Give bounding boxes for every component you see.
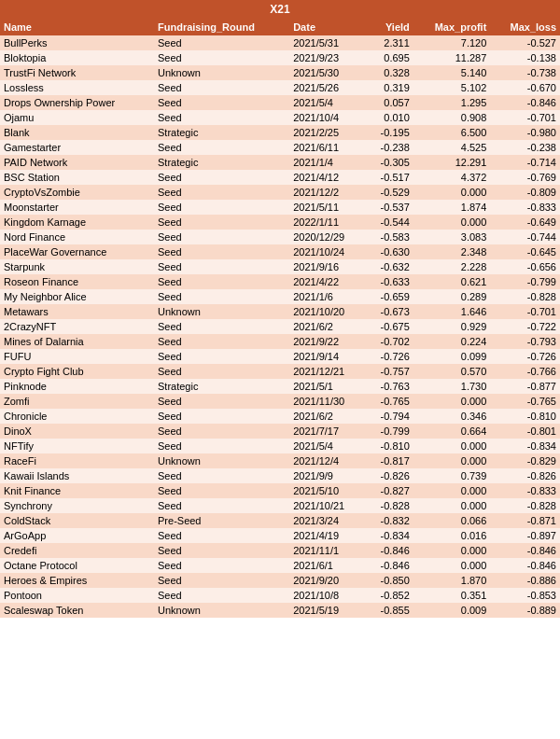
table-cell: ArGoApp: [0, 528, 154, 543]
table-cell: -0.633: [366, 274, 413, 289]
table-cell: Seed: [154, 110, 289, 125]
table-row: CredefiSeed2021/11/1-0.8460.000-0.846: [0, 543, 560, 558]
table-cell: 2021/9/20: [289, 573, 366, 588]
table-row: ColdStackPre-Seed2021/3/24-0.8320.066-0.…: [0, 513, 560, 528]
table-cell: -0.826: [490, 468, 560, 483]
table-cell: 0.695: [366, 50, 413, 65]
table-cell: 5.102: [413, 80, 491, 95]
table-cell: 0.000: [413, 543, 491, 558]
table-cell: 2021/9/14: [289, 349, 366, 364]
table-cell: Seed: [154, 35, 289, 50]
table-cell: -0.834: [490, 439, 560, 453]
table-cell: 2021/5/1: [289, 379, 366, 394]
col-header-max-profit: Max_profit: [413, 19, 491, 35]
table-cell: Unknown: [154, 603, 289, 618]
table-cell: -0.846: [366, 558, 413, 573]
table-cell: 7.120: [413, 35, 491, 50]
table-cell: 0.099: [413, 349, 491, 364]
table-cell: -0.738: [490, 65, 560, 80]
col-header-name: Name: [0, 19, 154, 35]
table-cell: -0.897: [490, 528, 560, 543]
table-cell: Kawaii Islands: [0, 468, 154, 483]
table-row: BlankStrategic2021/2/25-0.1956.500-0.980: [0, 125, 560, 140]
table-cell: 1.870: [413, 573, 491, 588]
table-cell: Seed: [154, 274, 289, 289]
table-cell: Seed: [154, 558, 289, 573]
table-cell: 2021/7/17: [289, 424, 366, 439]
table-cell: -0.828: [366, 498, 413, 513]
table-cell: Strategic: [154, 155, 289, 170]
table-cell: NFTify: [0, 439, 154, 453]
table-cell: -0.527: [490, 35, 560, 50]
table-cell: 2021/5/4: [289, 95, 366, 110]
table-row: LosslessSeed2021/5/260.3195.102-0.670: [0, 80, 560, 95]
table-row: Kingdom KarnageSeed2022/1/11-0.5440.000-…: [0, 215, 560, 230]
table-cell: 0.016: [413, 528, 491, 543]
table-cell: -0.517: [366, 170, 413, 185]
table-cell: -0.726: [366, 349, 413, 364]
table-cell: 2021/5/31: [289, 35, 366, 50]
table-cell: -0.701: [490, 110, 560, 125]
table-row: Octane ProtocolSeed2021/6/1-0.8460.000-0…: [0, 558, 560, 573]
table-cell: -0.649: [490, 215, 560, 230]
table-row: My Neighbor AliceSeed2021/1/6-0.6590.289…: [0, 289, 560, 304]
table-cell: ColdStack: [0, 513, 154, 528]
table-cell: 2021/4/19: [289, 528, 366, 543]
table-cell: Bloktopia: [0, 50, 154, 65]
table-cell: Blank: [0, 125, 154, 140]
table-cell: Pre-Seed: [154, 513, 289, 528]
table-cell: Seed: [154, 364, 289, 379]
table-cell: Unknown: [154, 304, 289, 319]
table-cell: Seed: [154, 185, 289, 200]
table-title: X21: [0, 0, 560, 19]
table-cell: 2021/1/4: [289, 155, 366, 170]
table-cell: Strategic: [154, 125, 289, 140]
table-cell: 2021/9/23: [289, 50, 366, 65]
table-cell: Seed: [154, 50, 289, 65]
table-row: StarpunkSeed2021/9/16-0.6322.228-0.656: [0, 259, 560, 274]
table-cell: -0.769: [490, 170, 560, 185]
table-cell: Pinknode: [0, 379, 154, 394]
table-cell: -0.980: [490, 125, 560, 140]
table-cell: Heroes & Empires: [0, 573, 154, 588]
table-cell: -0.834: [366, 528, 413, 543]
table-cell: Seed: [154, 528, 289, 543]
table-cell: 2021/6/2: [289, 319, 366, 334]
table-cell: -0.656: [490, 259, 560, 274]
table-row: BloktopiaSeed2021/9/230.69511.287-0.138: [0, 50, 560, 65]
table-cell: 2021/4/22: [289, 274, 366, 289]
table-cell: Seed: [154, 424, 289, 439]
table-row: RaceFiUnknown2021/12/4-0.8170.000-0.829: [0, 453, 560, 468]
table-cell: 0.000: [413, 453, 491, 468]
table-cell: -0.659: [366, 289, 413, 304]
table-row: Roseon FinanceSeed2021/4/22-0.6330.621-0…: [0, 274, 560, 289]
table-cell: 1.730: [413, 379, 491, 394]
table-row: PAID NetworkStrategic2021/1/4-0.30512.29…: [0, 155, 560, 170]
table-row: Scaleswap TokenUnknown2021/5/19-0.8550.0…: [0, 603, 560, 618]
table-cell: -0.828: [490, 289, 560, 304]
table-row: Drops Ownership PowerSeed2021/5/40.0571.…: [0, 95, 560, 110]
table-cell: -0.238: [366, 140, 413, 155]
table-cell: Seed: [154, 200, 289, 215]
table-cell: -0.871: [490, 513, 560, 528]
table-cell: Seed: [154, 80, 289, 95]
table-cell: -0.670: [490, 80, 560, 95]
table-cell: -0.852: [366, 588, 413, 603]
col-header-yield: Yield: [366, 19, 413, 35]
table-cell: Seed: [154, 259, 289, 274]
table-cell: 0.929: [413, 319, 491, 334]
table-cell: 0.328: [366, 65, 413, 80]
table-cell: -0.544: [366, 215, 413, 230]
table-cell: 0.000: [413, 439, 491, 453]
table-cell: 2021/5/4: [289, 439, 366, 453]
table-cell: -0.846: [490, 558, 560, 573]
table-cell: -0.537: [366, 200, 413, 215]
table-cell: Seed: [154, 170, 289, 185]
table-cell: Seed: [154, 349, 289, 364]
table-cell: -0.757: [366, 364, 413, 379]
table-cell: -0.722: [490, 319, 560, 334]
table-cell: Drops Ownership Power: [0, 95, 154, 110]
table-cell: 2021/5/30: [289, 65, 366, 80]
table-cell: PAID Network: [0, 155, 154, 170]
table-row: Nord FinanceSeed2020/12/29-0.5833.083-0.…: [0, 230, 560, 244]
